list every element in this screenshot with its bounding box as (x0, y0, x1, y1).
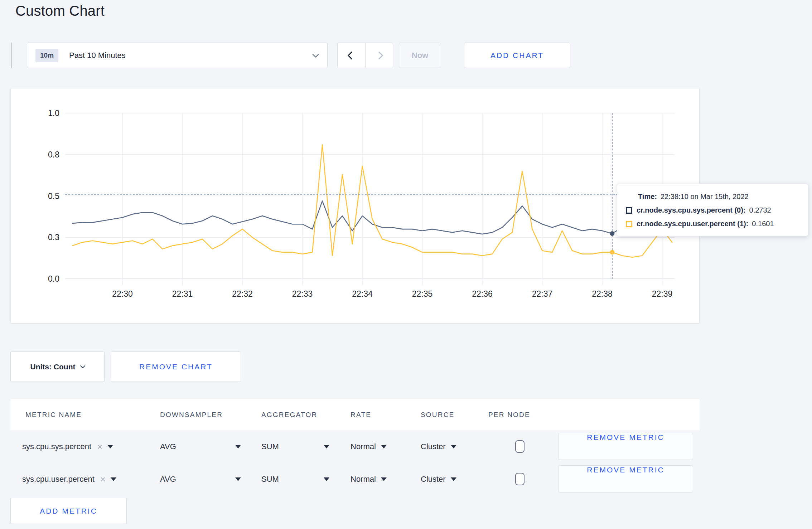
aggregator-select[interactable]: SUM (261, 475, 329, 484)
column-header-per-node: PER NODE (488, 411, 530, 419)
svg-text:22:32: 22:32 (232, 289, 253, 299)
add-chart-button[interactable]: ADD CHART (464, 43, 570, 68)
metric-name: sys.cpu.sys.percent (22, 442, 91, 451)
chevron-down-icon (312, 51, 319, 57)
column-header-source: SOURCE (421, 411, 455, 419)
column-header-downsampler: DOWNSAMPLER (160, 411, 223, 419)
source-select[interactable]: Cluster (421, 475, 456, 484)
svg-text:22:35: 22:35 (412, 289, 433, 299)
table-row: sys.cpu.sys.percent × AVG SUM Normal Clu… (10, 430, 700, 463)
caret-down-icon (451, 477, 456, 481)
svg-text:22:36: 22:36 (472, 289, 493, 299)
remove-metric-button[interactable]: REMOVE METRIC (558, 465, 693, 492)
svg-text:0.5: 0.5 (48, 191, 59, 201)
caret-down-icon (381, 477, 387, 481)
metric-name-select[interactable]: sys.cpu.user.percent × (22, 463, 158, 495)
metric-name: sys.cpu.user.percent (22, 475, 95, 484)
svg-text:1.0: 1.0 (48, 108, 59, 118)
aggregator-select[interactable]: SUM (261, 442, 329, 451)
now-button[interactable]: Now (399, 43, 441, 68)
svg-text:22:31: 22:31 (172, 289, 193, 299)
rate-select[interactable]: Normal (351, 475, 387, 484)
time-range-label: Past 10 Minutes (69, 51, 313, 60)
table-row: sys.cpu.user.percent × AVG SUM Normal Cl… (10, 463, 700, 495)
per-node-checkbox[interactable] (515, 440, 525, 453)
svg-text:22:37: 22:37 (532, 289, 553, 299)
rate-select[interactable]: Normal (351, 442, 387, 451)
svg-text:22:33: 22:33 (292, 289, 313, 299)
time-shift-button-group (337, 43, 393, 68)
remove-metric-button[interactable]: REMOVE METRIC (558, 433, 693, 460)
column-header-metric-name: METRIC NAME (25, 411, 82, 419)
column-header-aggregator: AGGREGATOR (261, 411, 317, 419)
svg-text:22:38: 22:38 (592, 289, 613, 299)
svg-text:22:39: 22:39 (652, 289, 673, 299)
source-select[interactable]: Cluster (421, 442, 456, 451)
metric-name-select[interactable]: sys.cpu.sys.percent × (22, 430, 158, 463)
chevron-left-icon (347, 51, 356, 59)
clear-metric-icon[interactable]: × (97, 442, 102, 451)
caret-down-icon (235, 445, 241, 448)
prev-range-button[interactable] (338, 43, 365, 68)
downsampler-select[interactable]: AVG (160, 442, 241, 451)
tooltip-series-value: 0.1601 (752, 220, 774, 228)
caret-down-icon (451, 445, 456, 448)
remove-chart-button[interactable]: REMOVE CHART (111, 351, 241, 382)
column-header-rate: RATE (351, 411, 371, 419)
caret-down-icon (235, 477, 241, 481)
caret-down-icon (324, 477, 329, 481)
caret-down-icon (111, 477, 116, 481)
chart-plot-area[interactable]: 1.00.80.50.30.022:3022:3122:3222:3322:34… (11, 88, 700, 324)
chart-card: 1.00.80.50.30.022:3022:3122:3222:3322:34… (10, 88, 700, 324)
units-dropdown[interactable]: Units: Count (10, 351, 105, 382)
downsampler-select[interactable]: AVG (160, 475, 241, 484)
metrics-table-header: METRIC NAME DOWNSAMPLER AGGREGATOR RATE … (10, 399, 700, 430)
units-label: Units: Count (30, 363, 76, 371)
clear-metric-icon[interactable]: × (100, 475, 106, 484)
time-range-badge: 10m (35, 49, 58, 62)
next-range-button[interactable] (365, 43, 393, 68)
svg-text:22:30: 22:30 (112, 289, 133, 299)
svg-text:0.8: 0.8 (48, 150, 59, 159)
caret-down-icon (324, 445, 329, 448)
chevron-down-icon (80, 363, 85, 368)
svg-text:0.3: 0.3 (48, 233, 59, 242)
add-metric-button[interactable]: ADD METRIC (10, 498, 127, 524)
caret-down-icon (381, 445, 387, 448)
page-title: Custom Chart (15, 3, 105, 19)
caret-down-icon (107, 445, 113, 448)
tooltip-series-value: 0.2732 (749, 206, 771, 214)
svg-text:0.0: 0.0 (48, 274, 59, 283)
chevron-right-icon (375, 51, 383, 59)
time-range-dropdown[interactable]: 10m Past 10 Minutes (27, 43, 328, 68)
per-node-checkbox[interactable] (515, 473, 525, 485)
svg-text:22:34: 22:34 (352, 289, 373, 299)
toolbar-divider (11, 43, 12, 68)
